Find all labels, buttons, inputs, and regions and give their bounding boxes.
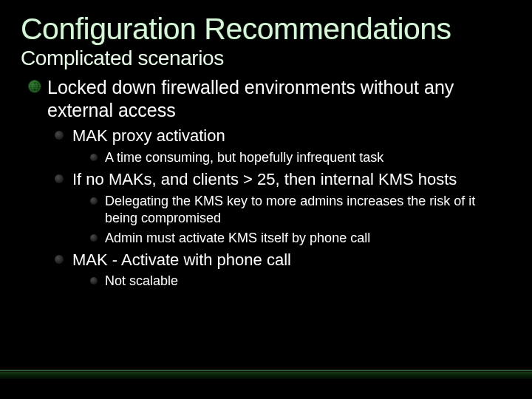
bullet-lvl2-text: MAK - Activate with phone call [72,250,291,269]
bullet-lvl2: MAK - Activate with phone call Not scala… [55,250,511,290]
decorative-footer-bar [0,370,532,379]
bullet-lvl1: Locked down firewalled environments with… [21,76,511,121]
bullet-lvl2-text: MAK proxy activation [72,126,225,145]
bullet-lvl3: Admin must activate KMS itself by phone … [90,230,511,247]
slide-subtitle: Complicated scenarios [21,47,511,70]
bullet-lvl3-text: A time consuming, but hopefully infreque… [105,150,383,165]
bullet-lvl2: MAK proxy activation A time consuming, b… [55,126,511,166]
bullet-lvl3: A time consuming, but hopefully infreque… [90,149,511,166]
bullet-lvl3-text: Admin must activate KMS itself by phone … [105,231,370,245]
bullet-lvl2-text: If no MAKs, and clients > 25, then inter… [72,170,457,188]
bullet-lvl3-text: Not scalable [105,273,178,288]
bullet-lvl3: Delegating the KMS key to more admins in… [90,193,511,227]
bullet-lvl3-text: Delegating the KMS key to more admins in… [105,194,475,225]
bullet-lvl2: If no MAKs, and clients > 25, then inter… [55,169,511,247]
slide-title: Configuration Recommendations [21,13,511,45]
bullet-lvl3: Not scalable [90,273,511,290]
globe-bullet-icon [28,80,41,93]
slide-body: Locked down firewalled environments with… [21,76,511,290]
bullet-lvl1-text: Locked down firewalled environments with… [47,77,454,120]
